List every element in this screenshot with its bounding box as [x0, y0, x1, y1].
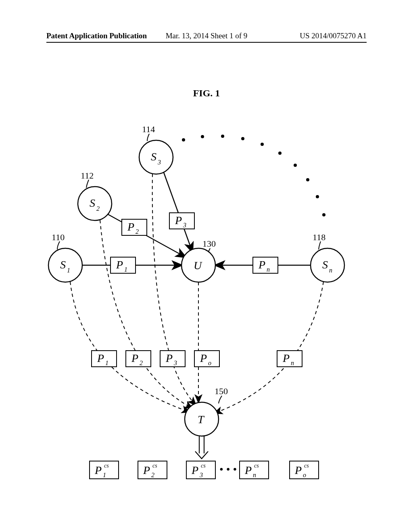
figure-title: FIG. 1	[0, 88, 413, 99]
page: Patent Application Publication Mar. 13, …	[0, 0, 413, 532]
svg-text:P: P	[94, 464, 102, 476]
node-sn: S n	[311, 248, 344, 282]
svg-text:n: n	[267, 266, 270, 273]
p-upper-p1: P 1	[111, 257, 136, 273]
svg-text:P: P	[191, 464, 198, 476]
node-s2: S 2	[78, 187, 112, 220]
p-mid-p2: P 2	[126, 351, 151, 367]
svg-text:2: 2	[151, 472, 154, 478]
node-t: T	[185, 402, 219, 436]
svg-text:cs: cs	[152, 463, 157, 469]
p-mid-p3: P 3	[160, 351, 185, 367]
svg-text:n: n	[253, 472, 256, 478]
svg-text:P: P	[143, 464, 150, 476]
svg-text:1: 1	[124, 266, 127, 273]
node-s1: S 1	[48, 248, 82, 282]
svg-point-8	[316, 195, 319, 198]
ref-110: 110	[52, 232, 65, 242]
svg-text:3: 3	[157, 159, 161, 166]
svg-text:o: o	[303, 472, 306, 478]
svg-text:cs: cs	[304, 463, 309, 469]
svg-text:P: P	[175, 214, 182, 227]
ref-114: 114	[142, 124, 155, 134]
p-out-ellipsis: • • •	[219, 463, 237, 476]
p-upper-pn: P n	[253, 257, 278, 273]
svg-text:o: o	[208, 360, 211, 366]
header-center: Mar. 13, 2014 Sheet 1 of 9	[153, 31, 260, 40]
svg-text:3: 3	[183, 222, 186, 229]
ref-150: 150	[215, 386, 228, 396]
svg-point-5	[278, 152, 282, 155]
svg-point-0	[182, 138, 185, 141]
svg-text:P: P	[282, 352, 290, 364]
svg-text:T: T	[198, 413, 205, 426]
svg-point-2	[221, 135, 224, 138]
p-upper-p2: P 2	[122, 219, 147, 235]
svg-text:S: S	[151, 150, 156, 163]
svg-point-7	[306, 178, 309, 181]
svg-point-1	[201, 135, 204, 138]
svg-text:S: S	[60, 258, 66, 271]
svg-text:1: 1	[103, 472, 106, 478]
svg-text:2: 2	[136, 228, 139, 235]
p-out-pn: P n cs	[240, 461, 269, 479]
svg-text:P: P	[258, 258, 265, 271]
svg-text:2: 2	[140, 360, 143, 366]
p-out-po: P o cs	[290, 461, 319, 479]
p-mid-po: P o	[194, 351, 219, 367]
p-mid-pn: P n	[277, 351, 302, 367]
svg-text:3: 3	[199, 472, 203, 478]
page-header: Patent Application Publication Mar. 13, …	[0, 31, 413, 40]
ref-118: 118	[313, 232, 325, 242]
p-out-p2: P 2 cs	[138, 461, 167, 479]
node-u: U	[181, 248, 215, 282]
svg-point-9	[322, 213, 325, 216]
svg-text:cs: cs	[201, 463, 206, 469]
svg-text:cs: cs	[254, 463, 259, 469]
svg-text:S: S	[90, 197, 95, 209]
svg-text:2: 2	[96, 205, 100, 212]
svg-text:P: P	[127, 220, 134, 233]
svg-text:P: P	[244, 464, 252, 476]
continuation-dots	[182, 135, 325, 216]
svg-text:S: S	[322, 258, 328, 271]
header-rule	[46, 42, 367, 43]
header-left: Patent Application Publication	[46, 31, 153, 40]
svg-text:3: 3	[173, 360, 177, 366]
svg-text:P: P	[97, 352, 104, 364]
svg-point-3	[241, 137, 244, 140]
ref-130: 130	[202, 239, 216, 249]
svg-point-6	[294, 164, 297, 167]
svg-text:P: P	[131, 352, 138, 364]
svg-text:P: P	[294, 464, 302, 476]
svg-text:1: 1	[67, 267, 70, 274]
svg-text:U: U	[194, 259, 202, 272]
svg-text:P: P	[200, 352, 207, 364]
svg-text:n: n	[291, 360, 294, 366]
node-s3: S 3	[139, 140, 173, 174]
svg-text:n: n	[329, 267, 332, 274]
svg-point-4	[261, 143, 264, 146]
p-out-p3: P 3 cs	[186, 461, 215, 479]
figure-diagram: S 1 S 2 S 3 S n 110 112 114	[33, 117, 380, 480]
t-output-arrow	[195, 436, 208, 459]
svg-text:1: 1	[105, 360, 108, 366]
p-mid-p1: P 1	[92, 351, 117, 367]
ref-112: 112	[81, 170, 94, 181]
svg-line-24	[164, 172, 192, 252]
svg-text:P: P	[116, 258, 123, 271]
header-right: US 2014/0075270 A1	[260, 31, 367, 40]
svg-text:P: P	[165, 352, 173, 364]
p-upper-p3: P 3	[169, 213, 194, 229]
p-out-p1: P 1 cs	[90, 461, 119, 479]
svg-text:cs: cs	[104, 463, 109, 469]
